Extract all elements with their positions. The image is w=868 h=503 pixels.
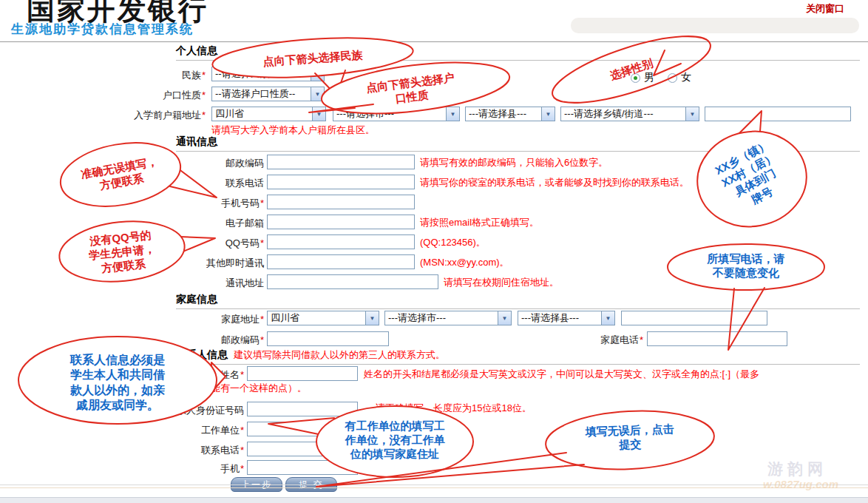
required-mark: * xyxy=(240,425,244,436)
contact-phone-note: 请填写你的寝室的联系电话，或者能够及时找到你的联系电话。 xyxy=(420,176,689,189)
contact-address-label: 通讯地址 xyxy=(116,277,264,290)
person-mobile-label: 手机* xyxy=(96,462,244,476)
required-mark: * xyxy=(240,463,244,474)
pre-address-label: 入学前户籍地址* xyxy=(61,109,206,122)
home-phone-label: 家庭电话* xyxy=(532,334,643,347)
required-mark: * xyxy=(240,369,244,380)
person-mobile-input[interactable] xyxy=(247,460,358,475)
system-title: 生源地助学贷款信息管理系统 xyxy=(11,21,194,38)
email-input[interactable] xyxy=(267,215,415,229)
dropdown-arrow-icon[interactable]: ▼ xyxy=(541,107,555,121)
required-mark: * xyxy=(260,198,264,209)
section-family-title: 家庭信息 xyxy=(176,293,860,309)
required-mark: * xyxy=(260,334,264,345)
required-mark: * xyxy=(202,70,206,81)
close-window-button[interactable]: 关闭窗口 xyxy=(806,2,844,16)
mobile-input[interactable] xyxy=(267,195,415,209)
qq-input[interactable] xyxy=(267,234,415,249)
pre-address-detail-input[interactable] xyxy=(705,107,851,121)
email-label: 电子邮箱 xyxy=(116,217,264,230)
home-address-label: 家庭地址* xyxy=(116,313,264,326)
radio-icon[interactable] xyxy=(668,73,677,83)
postal-note: 请填写有效的邮政编码，只能输入6位数字。 xyxy=(420,156,608,169)
required-mark: * xyxy=(260,314,264,325)
dropdown-arrow-icon[interactable]: ▼ xyxy=(446,107,459,121)
home-postal-input[interactable] xyxy=(267,331,389,346)
contact-address-note: 请填写在校期间住宿地址。 xyxy=(444,276,559,289)
dropdown-arrow-icon[interactable]: ▼ xyxy=(311,67,324,81)
home-postal-label: 邮政编码* xyxy=(116,334,264,347)
home-phone-input[interactable] xyxy=(647,331,787,346)
dropdown-arrow-icon[interactable]: ▼ xyxy=(311,87,324,101)
contact-phone-input[interactable] xyxy=(267,175,415,189)
pre-town-select[interactable]: ---请选择乡镇/街道--- ▼ xyxy=(560,107,699,121)
pre-county-select[interactable]: ---请选择县--- ▼ xyxy=(465,107,555,121)
callout-submit: 填写无误后，点击 提交 xyxy=(567,421,692,453)
im-note: (MSN:xx@yy.com)。 xyxy=(420,256,509,269)
watermark-text: 游韵网 xyxy=(767,459,827,479)
home-province-select[interactable]: 四川省 ▼ xyxy=(267,311,379,325)
required-mark: * xyxy=(640,334,643,345)
required-mark: * xyxy=(202,109,206,121)
contact-address-input[interactable] xyxy=(267,274,438,289)
email-note: 请按照email格式正确填写。 xyxy=(420,216,539,229)
person-name-note-line1: 姓名的开头和结尾都必须是大写英文或汉字，中间可以是大写英文、汉字或全角的点:[·… xyxy=(364,368,759,381)
qq-note: (QQ:123456)。 xyxy=(420,236,486,249)
hukou-label: 户口性质* xyxy=(61,89,206,102)
callout-work-unit: 有工作单位的填写工 作单位，没有工作单 位的填写家庭住址 xyxy=(330,419,460,462)
watermark-url: w.0827ug.com xyxy=(763,478,838,490)
home-county-select[interactable]: ---请选择县--- ▼ xyxy=(518,311,615,325)
required-mark: * xyxy=(260,237,264,249)
required-mark: * xyxy=(202,90,206,101)
work-unit-label: 工作单位* xyxy=(96,424,244,437)
nation-label: 民族* xyxy=(61,69,206,82)
pre-province-select[interactable]: 四川省 ▼ xyxy=(211,107,326,121)
person-id-input[interactable] xyxy=(247,402,358,416)
callout-phone-stable: 所填写电话，请 不要随意变化 xyxy=(679,252,813,280)
dropdown-arrow-icon[interactable]: ▼ xyxy=(365,311,379,325)
person-tel-label: 联系电话* xyxy=(96,444,244,457)
dropdown-arrow-icon[interactable]: ▼ xyxy=(685,107,699,121)
home-address-detail-input[interactable] xyxy=(621,311,767,325)
postal-input[interactable] xyxy=(267,155,415,169)
hukou-select[interactable]: --请选择户口性质-- ▼ xyxy=(211,87,325,101)
dropdown-arrow-icon[interactable]: ▼ xyxy=(498,311,511,325)
callout-third-party: 联系人信息必须是 学生本人和共同借 款人以外的，如亲 戚朋友或同学。 xyxy=(44,353,191,413)
footer-divider-2 xyxy=(0,487,868,488)
dropdown-arrow-icon[interactable]: ▼ xyxy=(312,107,325,121)
required-mark: * xyxy=(240,445,244,456)
person-name-note-line2: 只能有一个这样的点）。 xyxy=(201,382,307,395)
contact-person-section-note: 建议填写除共同借款人以外的第三人的联系方式。 xyxy=(234,349,445,360)
header-divider xyxy=(0,41,868,42)
person-name-input[interactable] xyxy=(247,366,358,381)
home-city-select[interactable]: ---请选择市--- ▼ xyxy=(384,311,512,325)
callout-qq: 没有QQ号的 学生先申请， 方便联系 xyxy=(63,225,180,279)
mobile-label: 手机号码* xyxy=(116,197,264,210)
close-window-bar xyxy=(571,18,859,33)
footer-divider xyxy=(0,485,868,485)
person-id-note: 请正确填写，长度应为15位或18位。 xyxy=(376,402,532,415)
section-contact-person-title: 联系人信息建议填写除共同借款人以外的第三人的联系方式。 xyxy=(176,348,860,365)
gender-female-radio[interactable]: 女 xyxy=(668,71,691,84)
dropdown-arrow-icon[interactable]: ▼ xyxy=(601,311,614,325)
footer-strip xyxy=(0,497,868,503)
im-input[interactable] xyxy=(267,254,415,269)
